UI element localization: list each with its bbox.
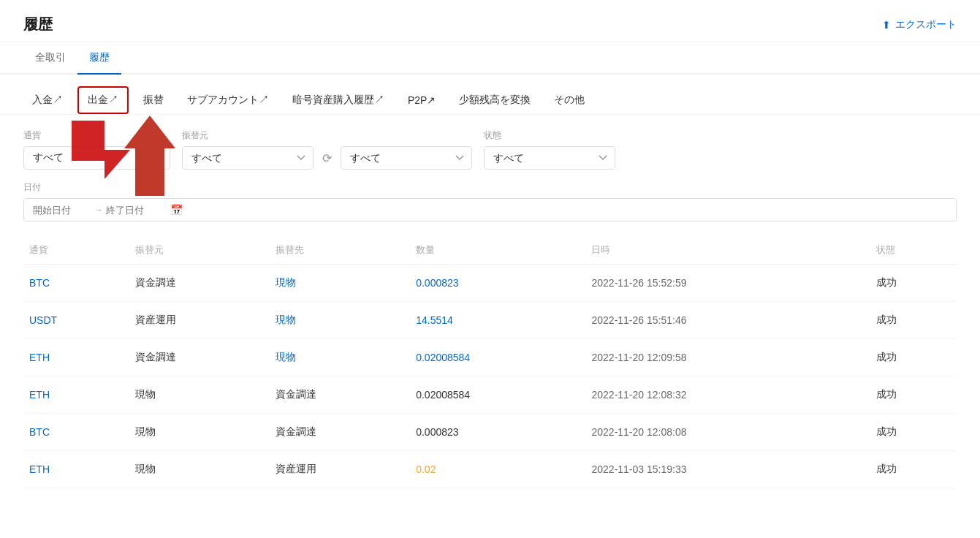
cell-source-3: 現物 <box>129 376 270 414</box>
dest-filter-select[interactable]: すべて <box>341 146 472 170</box>
cell-dest-3: 資金調達 <box>270 376 410 414</box>
col-header-amount: 数量 <box>410 236 585 265</box>
calendar-icon: 📅 <box>170 204 183 216</box>
table-container: 通貨 振替元 振替先 数量 日時 状態 BTC 資金調達 現物 0.000823… <box>0 236 980 488</box>
status-filter-label: 状態 <box>484 129 615 142</box>
export-label: エクスポート <box>895 18 957 31</box>
col-header-source: 振替元 <box>129 236 270 265</box>
source-filter-group: 振替元 すべて ⟳ すべて <box>182 129 472 170</box>
cell-source-4: 現物 <box>129 414 270 451</box>
cell-amount-3: 0.02008584 <box>410 376 585 414</box>
cell-datetime-0: 2022-11-26 15:52:59 <box>585 265 870 302</box>
sub-tab-other[interactable]: その他 <box>545 88 593 113</box>
cell-datetime-2: 2022-11-20 12:09:58 <box>585 339 870 376</box>
currency-filter-group: 通貨 <box>23 129 170 170</box>
cell-currency-4: BTC <box>23 414 129 451</box>
col-header-dest: 振替先 <box>270 236 410 265</box>
cell-dest-2: 現物 <box>270 339 410 376</box>
cell-source-5: 現物 <box>129 451 270 488</box>
cell-status-2: 成功 <box>870 339 957 376</box>
cell-status-4: 成功 <box>870 414 957 451</box>
cell-dest-4: 資金調達 <box>270 414 410 451</box>
transfers-table: 通貨 振替元 振替先 数量 日時 状態 BTC 資金調達 現物 0.000823… <box>23 236 957 488</box>
cell-dest-5: 資産運用 <box>270 451 410 488</box>
col-header-status: 状態 <box>870 236 957 265</box>
col-header-currency: 通貨 <box>23 236 129 265</box>
table-row: USDT 資産運用 現物 14.5514 2022-11-26 15:51:46… <box>23 302 957 339</box>
tab-history[interactable]: 履歴 <box>77 42 121 75</box>
date-end-input[interactable] <box>106 205 164 216</box>
cell-datetime-4: 2022-11-20 12:08:08 <box>585 414 870 451</box>
table-row: ETH 現物 資金調達 0.02008584 2022-11-20 12:08:… <box>23 376 957 414</box>
cell-currency-2: ETH <box>23 339 129 376</box>
cell-currency-5: ETH <box>23 451 129 488</box>
cell-status-1: 成功 <box>870 302 957 339</box>
cell-source-1: 資産運用 <box>129 302 270 339</box>
page-title: 履歴 <box>23 15 53 34</box>
cell-amount-2: 0.02008584 <box>410 339 585 376</box>
status-filter-select[interactable]: すべて <box>484 146 615 170</box>
currency-filter-input[interactable] <box>23 146 170 170</box>
cell-source-2: 資金調達 <box>129 339 270 376</box>
sub-tab-small-balance[interactable]: 少額残高を変換 <box>450 88 539 113</box>
export-button[interactable]: ⬆ エクスポート <box>882 18 957 31</box>
cell-amount-5: 0.02 <box>410 451 585 488</box>
cell-currency-3: ETH <box>23 376 129 414</box>
cell-status-3: 成功 <box>870 376 957 414</box>
cell-dest-0: 現物 <box>270 265 410 302</box>
source-filter-label: 振替元 <box>182 129 472 142</box>
cell-dest-1: 現物 <box>270 302 410 339</box>
tab-all-transactions[interactable]: 全取引 <box>23 42 77 75</box>
cell-currency-0: BTC <box>23 265 129 302</box>
currency-filter-label: 通貨 <box>23 129 170 142</box>
filters-section: 通貨 振替元 すべて ⟳ すべて 状態 すべて <box>0 115 980 236</box>
date-filter-row: 日付 → 📅 <box>23 181 957 221</box>
export-icon: ⬆ <box>882 19 891 31</box>
date-input-group[interactable]: → 📅 <box>23 198 957 221</box>
date-arrow-separator: → <box>94 205 103 215</box>
cell-status-5: 成功 <box>870 451 957 488</box>
date-start-input[interactable] <box>33 205 91 216</box>
sub-tab-p2p[interactable]: P2P↗ <box>399 88 444 112</box>
table-row: ETH 現物 資産運用 0.02 2022-11-03 15:19:33 成功 <box>23 451 957 488</box>
col-header-datetime: 日時 <box>585 236 870 265</box>
sub-tabs-bar: 入金↗ 出金↗ 振替 サブアカウント↗ 暗号資産購入履歴↗ P2P↗ 少額残高を… <box>0 75 980 115</box>
table-header-row: 通貨 振替元 振替先 数量 日時 状態 <box>23 236 957 265</box>
status-filter-group: 状態 すべて <box>484 129 615 170</box>
cell-source-0: 資金調達 <box>129 265 270 302</box>
cell-amount-0: 0.000823 <box>410 265 585 302</box>
table-row: BTC 現物 資金調達 0.000823 2022-11-20 12:08:08… <box>23 414 957 451</box>
date-filter-label: 日付 <box>23 181 957 194</box>
sub-tab-transfer[interactable]: 振替 <box>134 88 172 113</box>
cell-amount-4: 0.000823 <box>410 414 585 451</box>
table-row: ETH 資金調達 現物 0.02008584 2022-11-20 12:09:… <box>23 339 957 376</box>
cell-amount-1: 14.5514 <box>410 302 585 339</box>
sub-tab-subaccount[interactable]: サブアカウント↗ <box>178 88 278 113</box>
sub-tab-crypto-purchase[interactable]: 暗号資産購入履歴↗ <box>284 88 393 113</box>
sub-tab-withdraw[interactable]: 出金↗ <box>77 86 129 114</box>
table-row: BTC 資金調達 現物 0.000823 2022-11-26 15:52:59… <box>23 265 957 302</box>
sub-tab-deposit[interactable]: 入金↗ <box>23 88 72 113</box>
swap-icon: ⟳ <box>322 151 332 165</box>
main-tabs-bar: 全取引 履歴 <box>0 42 980 75</box>
cell-datetime-1: 2022-11-26 15:51:46 <box>585 302 870 339</box>
cell-datetime-5: 2022-11-03 15:19:33 <box>585 451 870 488</box>
cell-currency-1: USDT <box>23 302 129 339</box>
source-dest-selects: すべて ⟳ すべて <box>182 146 472 170</box>
cell-status-0: 成功 <box>870 265 957 302</box>
cell-datetime-3: 2022-11-20 12:08:32 <box>585 376 870 414</box>
source-filter-select[interactable]: すべて <box>182 146 314 170</box>
